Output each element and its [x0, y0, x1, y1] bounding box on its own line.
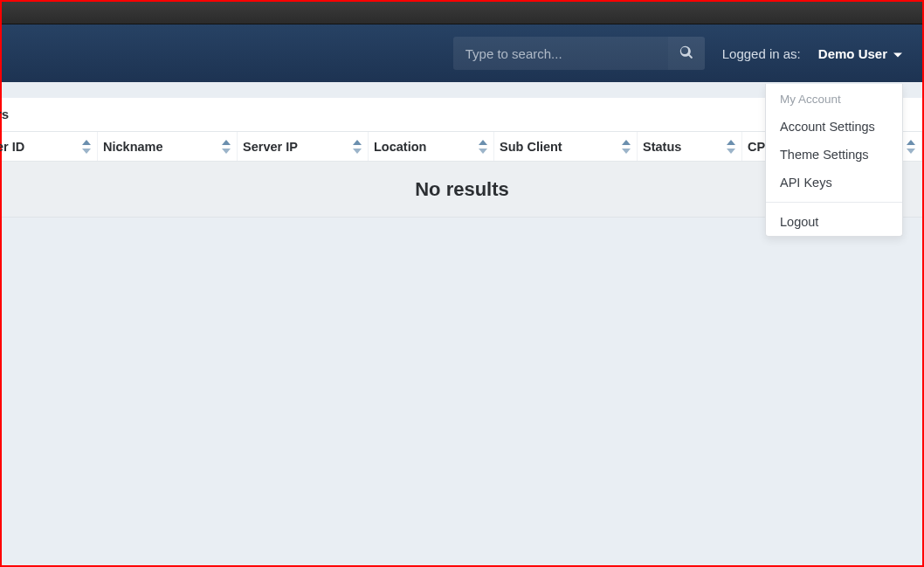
sort-icon[interactable]	[352, 140, 362, 154]
user-name: Demo User	[818, 46, 887, 61]
column-label: Location	[374, 140, 426, 154]
column-label: Server IP	[243, 140, 298, 154]
sort-icon[interactable]	[726, 140, 736, 154]
logged-in-label: Logged in as:	[722, 46, 801, 61]
window-titlebar	[2, 2, 922, 24]
user-menu-trigger[interactable]: Demo User	[818, 46, 903, 61]
search-icon	[679, 45, 693, 62]
search-group	[453, 37, 705, 70]
column-label: Status	[643, 140, 681, 154]
panel-title: rs	[0, 107, 9, 121]
menu-item-account-settings[interactable]: Account Settings	[766, 113, 902, 141]
sort-icon[interactable]	[221, 140, 231, 154]
sort-icon[interactable]	[621, 140, 631, 154]
sort-icon[interactable]	[478, 140, 488, 154]
menu-item-logout[interactable]: Logout	[766, 208, 902, 236]
search-input[interactable]	[453, 37, 668, 70]
column-label: Nickname	[103, 140, 163, 154]
sort-icon[interactable]	[906, 140, 916, 154]
column-header-location[interactable]: Location	[369, 132, 494, 161]
menu-item-api-keys[interactable]: API Keys	[766, 169, 902, 197]
menu-item-theme-settings[interactable]: Theme Settings	[766, 141, 902, 169]
column-label: Sub Client	[500, 140, 562, 154]
top-navbar: Logged in as: Demo User	[2, 24, 922, 82]
column-header-server-ip[interactable]: Server IP	[238, 132, 369, 161]
column-header-nickname[interactable]: Nickname	[98, 132, 238, 161]
column-header-status[interactable]: Status	[638, 132, 742, 161]
column-header-id[interactable]: er ID	[0, 132, 98, 161]
user-dropdown-menu: My Account Account Settings Theme Settin…	[765, 84, 903, 237]
column-header-sub-client[interactable]: Sub Client	[494, 132, 638, 161]
dropdown-divider	[766, 202, 902, 203]
chevron-down-icon	[893, 48, 903, 59]
column-label: er ID	[0, 140, 24, 154]
sort-icon[interactable]	[81, 140, 92, 154]
empty-state-text: No results	[415, 178, 509, 201]
dropdown-section-label: My Account	[766, 84, 902, 113]
search-button[interactable]	[668, 37, 705, 70]
